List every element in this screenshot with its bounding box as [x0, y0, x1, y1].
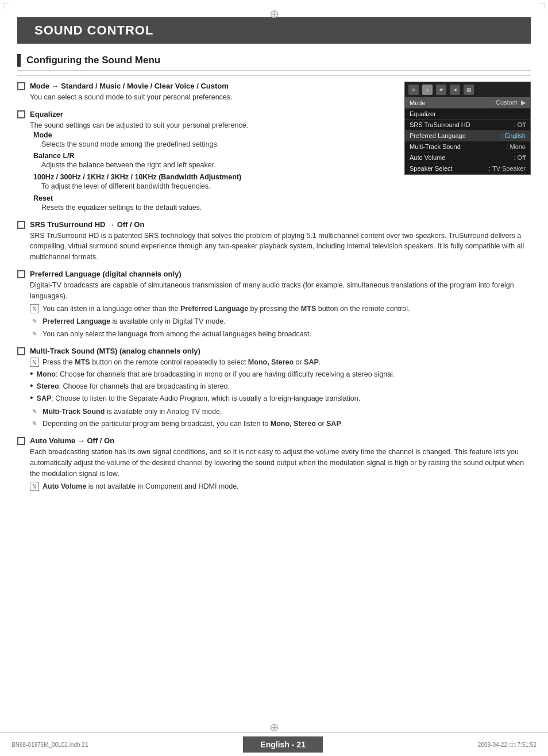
note-mts-1: N Press the MTS button on the remote con… [30, 357, 531, 368]
tv-icon-menu: ≡ [408, 85, 419, 95]
sub-entry-reset: Reset Resets the equalizer settings to t… [30, 194, 393, 213]
sub-entry-bandwidth: 100Hz / 300Hz / 1KHz / 3KHz / 10KHz (Ban… [30, 173, 393, 192]
checkbox-preferred-lang [17, 270, 25, 278]
main-content: ≡ ♪ ★ ◄ ▦ Mode : Custom ▶ Equalizer SRS … [17, 82, 531, 492]
note-icon-mts: N [30, 358, 39, 367]
entry-srs-body: SRS TruSurround HD is a patented SRS tec… [30, 231, 531, 263]
checkbox-mode [17, 82, 25, 90]
entry-auto-volume-body: Each broadcasting station has its own si… [30, 447, 531, 479]
mts-bullet-list: • Mono: Choose for channels that are bro… [30, 369, 531, 404]
section-rule [17, 75, 531, 76]
tv-menu-row-equalizer: Equalizer [405, 109, 530, 120]
crosshair-bottom: ⊕ [269, 720, 279, 734]
bullet-mono: • Mono: Choose for channels that are bro… [30, 369, 531, 380]
entry-preferred-lang: Preferred Language (digital channels onl… [17, 270, 531, 340]
checkbox-equalizer [17, 110, 25, 118]
sub-entry-balance: Balance L/R Adjusts the balance between … [30, 152, 393, 171]
checkbox-srs [17, 221, 25, 229]
entry-mode-body: You can select a sound mode to suit your… [30, 92, 393, 103]
entry-auto-volume-note: N Auto Volume is not available in Compon… [30, 481, 531, 492]
footer-center: English - 21 [243, 736, 323, 753]
corner-tl [3, 3, 9, 9]
footer-left: BN68-01975M_00L02.indb 21 [11, 742, 88, 748]
entry-srs: SRS TruSurround HD → Off / On SRS TruSur… [17, 220, 531, 263]
entry-preferred-lang-title: Preferred Language (digital channels onl… [17, 270, 531, 278]
tv-menu-panel: ≡ ♪ ★ ◄ ▦ Mode : Custom ▶ Equalizer SRS … [404, 82, 531, 175]
entry-auto-volume: Auto Volume → Off / On Each broadcasting… [17, 436, 531, 492]
entry-mts-notes-bottom: ✎ Multi-Track Sound is available only in… [30, 406, 531, 430]
section-title-bar [17, 54, 21, 67]
bullet-stereo: • Stereo: Choose for channels that are b… [30, 381, 531, 392]
tv-icon-star: ★ [436, 85, 446, 95]
pencil-icon-1: ✎ [30, 317, 39, 326]
note-auto-volume-1: N Auto Volume is not available in Compon… [30, 481, 531, 492]
entry-preferred-lang-body: Digital-TV broadcasts are capable of sim… [30, 280, 531, 302]
sub-entry-mode: Mode Selects the sound mode among the pr… [30, 131, 393, 150]
entry-equalizer-body: The sound settings can be adjusted to su… [30, 120, 393, 131]
note-mts-2: ✎ Multi-Track Sound is available only in… [30, 406, 531, 417]
checkbox-auto-volume [17, 437, 25, 445]
tv-icon-back: ◄ [450, 85, 460, 95]
note-preferred-lang-2: ✎ Preferred Language is available only i… [30, 316, 531, 327]
entry-mode-title: Mode → Standard / Music / Movie / Clear … [17, 82, 393, 90]
entry-mts: Multi-Track Sound (MTS) (analog channels… [17, 347, 531, 430]
note-preferred-lang-1: N You can listen in a language other tha… [30, 304, 531, 314]
footer-right: 2009-04-22 □□ 7:51:52 [478, 742, 537, 748]
tv-menu-row-auto-volume: Auto Volume : Off [405, 152, 530, 163]
tv-menu-row-speaker: Speaker Select : TV Speaker [405, 163, 530, 174]
note-icon-1: N [30, 304, 39, 313]
entry-auto-volume-title: Auto Volume → Off / On [17, 436, 531, 445]
entry-mts-title: Multi-Track Sound (MTS) (analog channels… [17, 347, 531, 355]
tv-menu-row-multitrack: Multi-Track Sound : Mono [405, 141, 530, 152]
note-preferred-lang-3: ✎ You can only select the language from … [30, 329, 531, 340]
entry-preferred-lang-notes: N You can listen in a language other tha… [30, 304, 531, 339]
tv-menu-row-mode: Mode : Custom ▶ [405, 97, 530, 109]
note-icon-auto-volume: N [30, 482, 39, 491]
checkbox-mts [17, 347, 25, 355]
section-title: Configuring the Sound Menu [17, 54, 531, 71]
pencil-icon-mts-1: ✎ [30, 407, 39, 416]
tv-menu-row-srs: SRS TruSurround HD : Off [405, 120, 530, 131]
tv-icon-sound: ♪ [422, 85, 433, 95]
pencil-icon-2: ✎ [30, 329, 39, 339]
note-mts-3: ✎ Depending on the particular program be… [30, 419, 531, 429]
entry-equalizer-title: Equalizer [17, 110, 393, 118]
entry-srs-title: SRS TruSurround HD → Off / On [17, 220, 531, 229]
tv-menu-row-preferred-lang: Preferred Language : English [405, 131, 530, 141]
entry-mts-notes-top: N Press the MTS button on the remote con… [30, 357, 531, 368]
tv-menu-icons: ≡ ♪ ★ ◄ ▦ [405, 82, 530, 97]
page-title: SOUND CONTROL [17, 17, 531, 44]
bullet-sap: • SAP: Choose to listen to the Separate … [30, 393, 531, 404]
tv-icon-grid: ▦ [464, 85, 474, 95]
pencil-icon-mts-2: ✎ [30, 419, 39, 428]
crosshair-top: ⊕ [268, 7, 280, 18]
corner-tr [539, 3, 545, 9]
